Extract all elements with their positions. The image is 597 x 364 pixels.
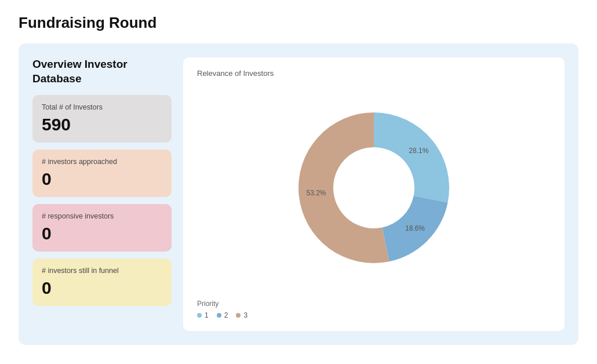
- stat-label: # investors still in funnel: [42, 267, 162, 275]
- legend-label-2: 2: [224, 311, 228, 319]
- stat-cards: Total # of Investors590# investors appro…: [32, 95, 172, 313]
- donut-chart-svg: 28.1%18.6%53.2%: [281, 95, 467, 281]
- stat-card-total-investors: Total # of Investors590: [32, 95, 172, 143]
- stat-card-investors-approached: # investors approached0: [32, 150, 172, 197]
- donut-label-3: 53.2%: [307, 189, 326, 197]
- stat-value: 590: [42, 115, 162, 134]
- chart-panel: Relevance of Investors 28.1%18.6%53.2% P…: [183, 57, 565, 331]
- donut-label-2: 18.6%: [405, 224, 425, 232]
- page-title: Fundraising Round: [19, 14, 578, 32]
- stat-card-investors-in-funnel: # investors still in funnel0: [32, 259, 172, 306]
- stat-value: 0: [42, 278, 162, 298]
- legend-item-3: 3: [236, 311, 247, 319]
- overview-heading: Overview Investor Database: [32, 57, 172, 86]
- legend-dot-2: [217, 313, 221, 318]
- stat-label: # responsive investors: [42, 212, 162, 220]
- stat-card-responsive-investors: # responsive investors0: [32, 204, 172, 252]
- legend-items: 123: [197, 311, 551, 319]
- dashboard-panel: Overview Investor Database Total # of In…: [19, 43, 578, 345]
- legend-item-2: 2: [217, 311, 228, 319]
- legend-item-1: 1: [197, 311, 209, 319]
- legend-title: Priority: [197, 300, 551, 308]
- chart-area: 28.1%18.6%53.2%: [197, 82, 551, 293]
- stat-label: # investors approached: [42, 158, 162, 166]
- legend-label-1: 1: [205, 311, 209, 319]
- stat-label: Total # of Investors: [42, 103, 162, 111]
- donut-segment-1: [374, 112, 449, 202]
- chart-title: Relevance of Investors: [197, 69, 551, 78]
- legend-area: Priority 123: [197, 300, 551, 319]
- legend-dot-1: [197, 313, 202, 318]
- legend-label-3: 3: [243, 311, 247, 319]
- donut-label-1: 28.1%: [409, 146, 428, 154]
- stat-value: 0: [42, 169, 162, 189]
- stat-value: 0: [42, 224, 162, 243]
- legend-dot-3: [236, 313, 241, 318]
- left-column: Overview Investor Database Total # of In…: [32, 57, 172, 331]
